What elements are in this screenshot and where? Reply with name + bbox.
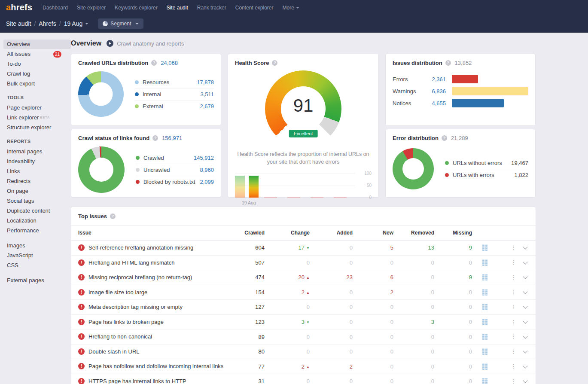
crawl-status-donut-chart[interactable] — [78, 146, 125, 193]
legend-item-resources[interactable]: Resources17,878 — [135, 76, 214, 88]
chevron-down-icon[interactable] — [523, 274, 527, 279]
issues-bar-row-warnings[interactable]: Warnings6,836 — [393, 87, 528, 95]
trend-bar[interactable] — [249, 176, 259, 198]
chevron-down-icon[interactable] — [523, 304, 527, 309]
breadcrumb-project[interactable]: Ahrefs — [39, 20, 56, 27]
column-header-new[interactable]: New — [363, 230, 404, 236]
sidebar-item-external-pages[interactable]: External pages — [3, 276, 71, 285]
nav-item-dashboard[interactable]: Dashboard — [43, 5, 68, 11]
table-row[interactable]: !Image file size too large1542▲0200⋮ — [71, 285, 536, 300]
nav-item-site-explorer[interactable]: Site explorer — [77, 5, 106, 11]
page-subtitle[interactable]: Crawl anatomy and reports — [117, 40, 184, 47]
kebab-menu-icon[interactable]: ⋮ — [511, 350, 516, 354]
sidebar-item-redirects[interactable]: Redirects — [3, 177, 71, 186]
chevron-down-icon[interactable] — [523, 363, 527, 368]
trend-bar[interactable] — [235, 176, 245, 198]
mini-chart-icon[interactable] — [482, 363, 488, 370]
issue-name[interactable]: Self-reference hreflang annotation missi… — [88, 244, 193, 252]
issue-name[interactable]: Page has links to broken page — [88, 318, 164, 326]
sidebar-item-javascript[interactable]: JavaScript — [3, 251, 71, 260]
help-icon[interactable]: ? — [445, 60, 451, 66]
sidebar-item-social-tags[interactable]: Social tags — [3, 196, 71, 206]
sidebar-item-to-do[interactable]: To-do — [3, 59, 71, 69]
sidebar-item-localization[interactable]: Localization — [3, 216, 71, 226]
issues-bar-row-errors[interactable]: Errors2,361 — [393, 75, 528, 83]
mini-chart-icon[interactable] — [482, 244, 488, 251]
help-icon[interactable]: ? — [151, 60, 157, 66]
chevron-down-icon[interactable] — [523, 245, 527, 250]
sidebar-item-duplicate-content[interactable]: Duplicate content — [3, 206, 71, 216]
table-row[interactable]: !Self-reference hreflang annotation miss… — [71, 241, 536, 256]
help-icon[interactable]: ? — [442, 135, 447, 141]
table-row[interactable]: !Double slash in URL8000000⋮ — [71, 344, 536, 360]
issue-cell[interactable]: !Self-reference hreflang annotation miss… — [78, 244, 241, 252]
issues-bar-row-notices[interactable]: Notices4,655 — [393, 99, 528, 107]
column-header-removed[interactable]: Removed — [404, 230, 445, 236]
table-row[interactable]: !Hreflang and HTML lang mismatch50700000… — [71, 256, 536, 271]
chevron-down-icon[interactable] — [523, 378, 527, 383]
legend-item-urls-without-errors[interactable]: URLs without errors19,467 — [445, 157, 528, 169]
chevron-down-icon[interactable] — [523, 319, 527, 323]
nav-item-content-explorer[interactable]: Content explorer — [235, 5, 274, 11]
kebab-menu-icon[interactable]: ⋮ — [511, 379, 516, 384]
health-score-trend-chart[interactable]: 10050019 Aug — [235, 174, 372, 207]
sidebar-item-page-explorer[interactable]: Page explorer — [3, 103, 71, 113]
kebab-menu-icon[interactable]: ⋮ — [511, 335, 516, 339]
kebab-menu-icon[interactable]: ⋮ — [511, 305, 516, 309]
issue-cell[interactable]: !Hreflang to non-canonical — [78, 333, 241, 341]
segment-button[interactable]: Segment — [98, 18, 143, 29]
legend-item-external[interactable]: External2,679 — [135, 101, 214, 112]
card-total[interactable]: 156,971 — [162, 135, 182, 141]
mini-chart-icon[interactable] — [482, 289, 488, 296]
crawled-urls-donut-chart[interactable] — [78, 71, 124, 117]
sidebar-item-structure-explorer[interactable]: Structure explorer — [3, 123, 71, 132]
sidebar-item-bulk-export[interactable]: Bulk export — [3, 79, 71, 88]
issue-cell[interactable]: !Page has links to broken page — [78, 318, 241, 326]
sidebar-item-link-explorer[interactable]: Link explorerBETA — [3, 113, 71, 122]
nav-item-site-audit[interactable]: Site audit — [167, 5, 188, 11]
issue-name[interactable]: Image file size too large — [88, 289, 147, 296]
table-row[interactable]: !Page has nofollow and dofollow incoming… — [71, 359, 536, 374]
sidebar-item-internal-pages[interactable]: Internal pages — [3, 147, 71, 156]
kebab-menu-icon[interactable]: ⋮ — [511, 364, 516, 369]
sidebar-item-overview[interactable]: Overview — [3, 40, 71, 49]
sidebar-item-performance[interactable]: Performance — [3, 226, 71, 235]
nav-item-more[interactable]: More — [283, 5, 299, 11]
legend-item-crawled[interactable]: Crawled145,912 — [136, 152, 214, 164]
chevron-down-icon[interactable] — [523, 259, 527, 264]
nav-item-rank-tracker[interactable]: Rank tracker — [197, 5, 226, 11]
kebab-menu-icon[interactable]: ⋮ — [511, 275, 516, 280]
help-icon[interactable]: ? — [152, 135, 158, 141]
mini-chart-icon[interactable] — [482, 304, 488, 310]
issue-cell[interactable]: !Missing reciprocal hreflang (no return-… — [78, 274, 241, 281]
legend-item-blocked-by-robots-txt[interactable]: Blocked by robots.txt2,099 — [136, 176, 214, 188]
breadcrumb-date-dropdown[interactable]: 19 Aug — [64, 20, 83, 27]
column-header-missing[interactable]: Missing — [445, 230, 482, 236]
mini-chart-icon[interactable] — [482, 378, 488, 384]
breadcrumb-site-audit[interactable]: Site audit — [6, 20, 31, 27]
table-row[interactable]: !Page has links to broken page1233▼0030⋮ — [71, 315, 536, 330]
card-total[interactable]: 24,068 — [161, 60, 178, 66]
mini-chart-icon[interactable] — [482, 274, 488, 280]
issue-cell[interactable]: !HTTPS page has internal links to HTTP — [78, 378, 241, 384]
mini-chart-icon[interactable] — [482, 348, 488, 355]
issue-name[interactable]: Double slash in URL — [88, 348, 140, 356]
nav-item-keywords-explorer[interactable]: Keywords explorer — [115, 5, 157, 11]
sidebar-item-on-page[interactable]: On page — [3, 186, 71, 196]
chevron-down-icon[interactable] — [523, 334, 527, 338]
table-row[interactable]: !HTTPS page has internal links to HTTP31… — [71, 374, 536, 384]
issue-name[interactable]: Missing reciprocal hreflang (no return-t… — [88, 274, 192, 281]
column-header-issue[interactable]: Issue — [78, 230, 241, 236]
issue-cell[interactable]: !Image file size too large — [78, 289, 241, 296]
issue-cell[interactable]: !Page has nofollow and dofollow incoming… — [78, 363, 241, 370]
chevron-down-icon[interactable] — [85, 23, 88, 24]
legend-item-urls-with-errors[interactable]: URLs with errors1,822 — [445, 169, 528, 181]
sidebar-item-indexability[interactable]: Indexability — [3, 157, 71, 166]
mini-chart-icon[interactable] — [482, 259, 488, 266]
legend-item-uncrawled[interactable]: Uncrawled8,960 — [136, 164, 214, 176]
issue-name[interactable]: Hreflang to non-canonical — [88, 333, 152, 341]
help-icon[interactable]: ? — [110, 213, 116, 219]
column-header-added[interactable]: Added — [320, 230, 363, 236]
play-video-icon[interactable] — [107, 40, 113, 47]
issue-name[interactable]: Hreflang and HTML lang mismatch — [88, 259, 174, 267]
